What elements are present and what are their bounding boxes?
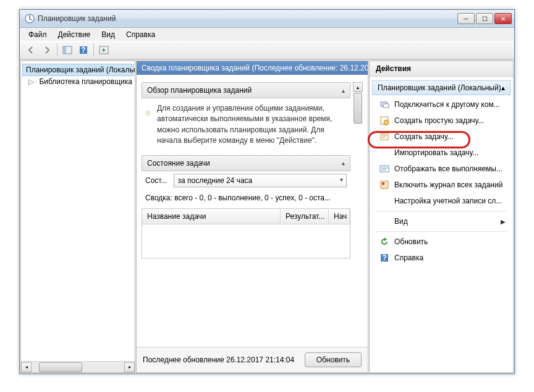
toolbar-separator — [57, 44, 57, 56]
scroll-thumb[interactable] — [39, 362, 82, 372]
svg-text:?: ? — [81, 46, 85, 54]
scroll-up-button[interactable]: ▴ — [353, 82, 363, 92]
help-icon: ? — [379, 253, 389, 263]
submenu-arrow-icon: ▶ — [501, 218, 506, 225]
menu-file[interactable]: Файл — [23, 29, 52, 40]
view-icon — [379, 216, 389, 226]
account-icon — [379, 196, 389, 206]
column-result[interactable]: Результат... — [281, 209, 329, 224]
actions-body: Планировщик заданий (Локальный) ▴ Подклю… — [370, 77, 513, 372]
summary-text: Сводка: всего - 0, 0 - выполнение, 0 - у… — [142, 190, 350, 206]
create-task-icon — [379, 132, 389, 142]
tree-library-label: Библиотека планировщика — [39, 77, 132, 86]
action-connect[interactable]: Подключиться к другому ком... — [371, 96, 512, 113]
titlebar[interactable]: Планировщик заданий ─ ☐ ✕ — [20, 10, 514, 28]
overview-section-header[interactable]: Обзор планировщика заданий ▴ — [142, 82, 350, 98]
svg-rect-2 — [63, 46, 66, 54]
action-label: Обновить — [394, 237, 428, 246]
history-icon — [379, 180, 389, 190]
action-enable-history[interactable]: Включить журнал всех заданий — [371, 177, 512, 193]
console-tree-button[interactable] — [60, 43, 75, 58]
status-title: Состояние задачи — [147, 159, 210, 168]
scroll-right-button[interactable]: ▸ — [124, 362, 135, 372]
folder-icon — [36, 77, 37, 87]
overview-title: Обзор планировщика заданий — [147, 86, 252, 95]
actions-pane: Действия Планировщик заданий (Локальный)… — [369, 61, 514, 373]
column-start[interactable]: Нач — [329, 209, 350, 224]
action-import-task[interactable]: Импортировать задачу... — [371, 145, 512, 161]
scroll-left-button[interactable]: ◂ — [21, 362, 32, 372]
maximize-button[interactable]: ☐ — [476, 13, 493, 24]
connect-icon — [379, 100, 389, 109]
help-button[interactable]: ? — [76, 43, 91, 58]
menu-action[interactable]: Действие — [53, 29, 96, 40]
column-task-name[interactable]: Название задачи — [142, 209, 281, 224]
svg-rect-13 — [381, 134, 388, 140]
action-label: Вид — [394, 217, 408, 226]
tree-root[interactable]: Планировщик заданий (Локальный) — [22, 64, 134, 76]
svg-point-12 — [384, 120, 389, 125]
window-title: Планировщик заданий — [38, 14, 457, 23]
action-account-settings[interactable]: Настройка учетной записи сл... — [371, 193, 512, 209]
scheduler-icon — [25, 14, 35, 23]
action-display-running[interactable]: Отображать все выполняемы... — [371, 161, 512, 177]
overview-content: Для создания и управления общими задания… — [142, 98, 350, 147]
refresh-button[interactable]: Обновить — [305, 352, 362, 367]
action-label: Включить журнал всех заданий — [394, 181, 502, 189]
table-header: Название задачи Результат... Нач — [142, 209, 350, 224]
period-combobox[interactable]: за последние 24 часа — [174, 174, 347, 187]
summary-header: Сводка планировщика заданий (Последнее о… — [137, 61, 368, 75]
action-label: Создать простую задачу... — [394, 116, 484, 125]
summary-footer: Последнее обновление 26.12.2017 21:14:04… — [137, 347, 368, 372]
basic-task-icon — [379, 116, 389, 126]
action-label: Импортировать задачу... — [394, 148, 478, 157]
status-label: Сост... — [145, 176, 167, 185]
task-table: Название задачи Результат... Нач — [142, 208, 350, 258]
separator — [376, 231, 507, 232]
tree-library[interactable]: ▷ Библиотека планировщика — [22, 76, 134, 87]
action-label: Настройка учетной записи сл... — [394, 197, 502, 205]
action-refresh[interactable]: Обновить — [371, 234, 512, 250]
actions-group-label: Планировщик заданий (Локальный) — [378, 83, 501, 92]
back-button[interactable] — [23, 43, 38, 58]
chevron-up-icon: ▴ — [342, 87, 345, 94]
window-buttons: ─ ☐ ✕ — [457, 13, 512, 24]
menu-view[interactable]: Вид — [96, 29, 120, 40]
tree-root-label: Планировщик заданий (Локальный) — [26, 66, 135, 74]
forward-button[interactable] — [40, 43, 54, 58]
svg-rect-10 — [383, 104, 389, 108]
tree-pane: Планировщик заданий (Локальный) ▷ Библио… — [20, 61, 135, 373]
action-create-task[interactable]: Создать задачу... — [371, 129, 512, 145]
separator — [376, 211, 507, 211]
tree-view[interactable]: Планировщик заданий (Локальный) ▷ Библио… — [21, 61, 135, 361]
last-update-label: Последнее обновление 26.12.2017 21:14:04 — [143, 356, 294, 364]
menu-help[interactable]: Справка — [121, 29, 160, 40]
status-section-header[interactable]: Состояние задачи ▴ — [142, 155, 350, 171]
actions-title: Действия — [370, 61, 513, 77]
vertical-scrollbar[interactable]: ▴ — [353, 82, 363, 347]
minimize-button[interactable]: ─ — [457, 13, 475, 24]
scroll-thumb[interactable] — [354, 93, 362, 124]
expand-icon[interactable]: ▷ — [28, 77, 34, 86]
actions-group-header[interactable]: Планировщик заданий (Локальный) ▴ — [372, 80, 511, 95]
table-body[interactable] — [142, 224, 350, 258]
status-filter-row: Сост... за последние 24 часа — [142, 171, 350, 190]
task-scheduler-window: Планировщик заданий ─ ☐ ✕ Файл Действие … — [19, 9, 515, 374]
overview-text: Для создания и управления общими задания… — [157, 103, 347, 147]
toolbar-separator — [93, 44, 94, 56]
running-icon — [379, 164, 389, 174]
client-area: Планировщик заданий (Локальный) ▷ Библио… — [20, 59, 514, 373]
action-label: Справка — [394, 254, 423, 262]
run-button[interactable] — [96, 43, 111, 58]
action-help[interactable]: ? Справка — [371, 250, 512, 266]
action-view[interactable]: Вид ▶ — [371, 213, 512, 229]
refresh-icon — [379, 237, 389, 247]
clock-icon — [145, 103, 151, 123]
svg-text:?: ? — [382, 254, 386, 262]
toolbar: ? — [20, 41, 514, 59]
horizontal-scrollbar[interactable]: ◂ ▸ — [21, 361, 135, 372]
action-create-basic-task[interactable]: Создать простую задачу... — [371, 113, 512, 129]
close-button[interactable]: ✕ — [494, 13, 512, 24]
action-label: Создать задачу... — [394, 132, 454, 141]
scroll-track[interactable] — [32, 362, 124, 372]
